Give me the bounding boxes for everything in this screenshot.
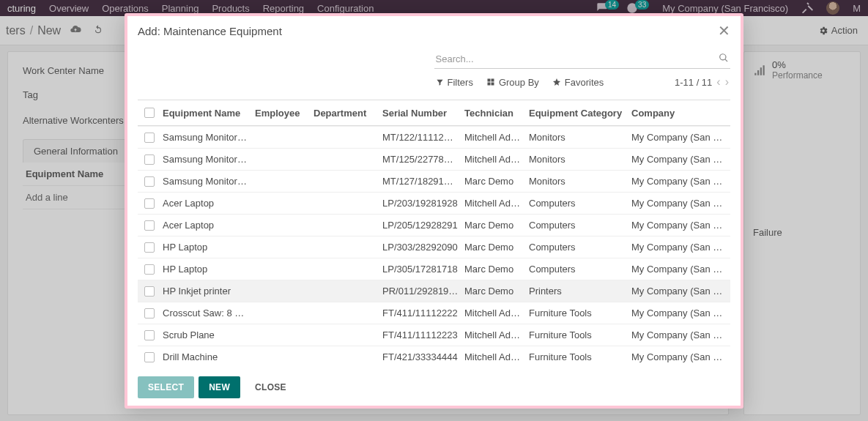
select-button[interactable]: Select	[138, 376, 194, 398]
cell-employee	[252, 133, 311, 142]
table-row[interactable]: Crosscut Saw: 8 ppi.FT/411/11112222Mitch…	[138, 302, 730, 324]
modal-footer: Select New Close	[138, 369, 730, 398]
cell-name: HP Laptop	[160, 259, 252, 279]
cell-department	[311, 331, 379, 340]
close-button[interactable]: Close	[245, 376, 297, 398]
cell-technician: Mitchell Admin	[461, 149, 526, 169]
cell-company: My Company (San Francisco)	[628, 237, 729, 257]
cell-technician: Mitchell Admin	[461, 127, 526, 147]
cell-serial: MT/125/22778837	[379, 149, 461, 169]
cell-serial: MT/122/11112222	[379, 127, 461, 147]
table-row[interactable]: HP LaptopLP/303/28292090Marc DemoCompute…	[138, 236, 730, 258]
search-input[interactable]	[436, 53, 719, 64]
cell-department	[311, 177, 379, 186]
cell-company: My Company (San Francisco)	[628, 259, 729, 279]
row-checkbox[interactable]	[144, 198, 155, 209]
pager-text[interactable]: 1-11 / 11	[675, 77, 712, 88]
cell-employee	[252, 309, 311, 318]
cell-company: My Company (San Francisco)	[628, 347, 729, 367]
table-row[interactable]: Samsung Monitor 15"MT/127/18291018Marc D…	[138, 170, 730, 192]
cell-department	[311, 353, 379, 362]
cell-serial: PR/011/2928191889	[379, 281, 461, 301]
table-row[interactable]: Drill MachineFT/421/33334444Mitchell Adm…	[138, 346, 730, 368]
cell-category: Monitors	[526, 171, 628, 191]
cell-category: Computers	[526, 193, 628, 213]
table-header: Equipment Name Employee Department Seria…	[138, 100, 730, 126]
cell-name: Drill Machine	[160, 347, 252, 367]
table-row[interactable]: HP Inkjet printerPR/011/2928191889Marc D…	[138, 280, 730, 302]
cell-company: My Company (San Francisco)	[628, 171, 729, 191]
filters-label: Filters	[448, 77, 473, 88]
pager-next[interactable]: ›	[725, 76, 729, 88]
col-department[interactable]: Department	[311, 103, 379, 123]
pager-prev[interactable]: ‹	[716, 76, 720, 88]
row-checkbox[interactable]	[144, 308, 155, 318]
select-all-checkbox[interactable]	[144, 108, 155, 118]
search-row	[434, 48, 731, 69]
cell-technician: Mitchell Admin	[461, 193, 526, 213]
cell-category: Computers	[526, 259, 628, 279]
cell-department	[311, 287, 379, 296]
col-serial[interactable]: Serial Number	[379, 103, 461, 123]
cell-employee	[252, 331, 311, 340]
table-row[interactable]: Scrub PlaneFT/411/11112223Mitchell Admin…	[138, 324, 730, 346]
row-checkbox[interactable]	[144, 133, 155, 143]
search-icon[interactable]	[719, 53, 729, 65]
table-row[interactable]: Samsung Monitor 15"MT/122/11112222Mitche…	[138, 126, 730, 148]
row-checkbox[interactable]	[144, 242, 155, 253]
groupby-button[interactable]: Group By	[486, 77, 539, 88]
row-checkbox[interactable]	[144, 286, 155, 297]
new-button[interactable]: New	[199, 376, 240, 398]
cell-employee	[252, 177, 311, 186]
cell-name: Samsung Monitor 15"	[160, 171, 252, 191]
table-row[interactable]: Acer LaptopLP/205/12928291Marc DemoCompu…	[138, 214, 730, 236]
cell-category: Furniture Tools	[526, 347, 628, 367]
row-checkbox[interactable]	[144, 264, 155, 275]
close-icon[interactable]: ✕	[718, 23, 730, 38]
table-row[interactable]: HP LaptopLP/305/17281718Marc DemoCompute…	[138, 258, 730, 280]
row-checkbox[interactable]	[144, 220, 155, 231]
cell-technician: Marc Demo	[461, 259, 526, 279]
tool-row: Filters Group By Favorites 1-11 / 11 ‹ ›	[434, 69, 731, 97]
filters-button[interactable]: Filters	[436, 77, 473, 88]
row-checkbox[interactable]	[144, 352, 155, 362]
cell-company: My Company (San Francisco)	[628, 281, 729, 301]
favorites-label: Favorites	[565, 77, 604, 88]
modal-add-equipment: Add: Maintenance Equipment ✕ Filters Gro…	[125, 13, 743, 409]
cell-category: Printers	[526, 281, 628, 301]
cell-employee	[252, 199, 311, 208]
cell-name: Acer Laptop	[160, 215, 252, 235]
groupby-label: Group By	[499, 77, 539, 88]
cell-company: My Company (San Francisco)	[628, 303, 729, 323]
cell-department	[311, 133, 379, 142]
cell-name: HP Laptop	[160, 237, 252, 257]
favorites-button[interactable]: Favorites	[552, 77, 604, 88]
cell-category: Furniture Tools	[526, 303, 628, 323]
cell-technician: Mitchell Admin	[461, 347, 526, 367]
cell-category: Monitors	[526, 127, 628, 147]
cell-department	[311, 221, 379, 230]
cell-technician: Mitchell Admin	[461, 303, 526, 323]
cell-technician: Mitchell Admin	[461, 325, 526, 345]
cell-technician: Marc Demo	[461, 171, 526, 191]
cell-serial: FT/421/33334444	[379, 347, 461, 367]
table-row[interactable]: Acer LaptopLP/203/19281928Mitchell Admin…	[138, 192, 730, 214]
cell-company: My Company (San Francisco)	[628, 325, 729, 345]
cell-serial: FT/411/11112223	[379, 325, 461, 345]
cell-serial: LP/305/17281718	[379, 259, 461, 279]
cell-serial: MT/127/18291018	[379, 171, 461, 191]
cell-employee	[252, 221, 311, 230]
col-technician[interactable]: Technician	[461, 103, 526, 123]
col-equipment-name[interactable]: Equipment Name	[160, 103, 252, 123]
table-row[interactable]: Samsung Monitor 15"MT/125/22778837Mitche…	[138, 148, 730, 170]
modal-title: Add: Maintenance Equipment	[138, 25, 282, 37]
row-checkbox[interactable]	[144, 176, 155, 187]
row-checkbox[interactable]	[144, 330, 155, 340]
cell-serial: LP/303/28292090	[379, 237, 461, 257]
col-employee[interactable]: Employee	[252, 103, 311, 123]
col-company[interactable]: Company	[628, 103, 729, 123]
row-checkbox[interactable]	[144, 154, 155, 165]
col-category[interactable]: Equipment Category	[526, 103, 628, 123]
cell-serial: LP/205/12928291	[379, 215, 461, 235]
cell-employee	[252, 353, 311, 362]
